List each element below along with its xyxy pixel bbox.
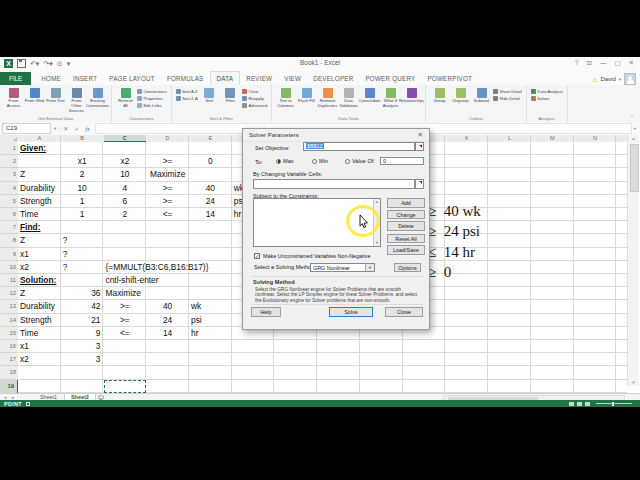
- options-button[interactable]: Options: [394, 263, 421, 273]
- ribbon-button-data-validation[interactable]: Data Validation: [339, 87, 359, 109]
- row-header-3[interactable]: 3: [0, 168, 18, 181]
- row-header-19[interactable]: 19: [0, 380, 18, 393]
- cell-B5[interactable]: 1: [61, 195, 104, 208]
- scroll-up-icon[interactable]: ▲: [628, 136, 639, 141]
- row-header-6[interactable]: 6: [0, 208, 18, 221]
- column-header-e[interactable]: E: [189, 135, 232, 142]
- cell-C4[interactable]: 4: [104, 182, 147, 195]
- row-header-9[interactable]: 9: [0, 248, 18, 261]
- cell-C11[interactable]: cntl-shift-enter: [106, 274, 159, 287]
- cell-A3[interactable]: Z: [20, 168, 25, 181]
- cell-A17[interactable]: x2: [20, 353, 29, 366]
- ribbon-button-data-analysis[interactable]: Data Analysis: [531, 88, 563, 95]
- cell-D6[interactable]: <=: [146, 208, 189, 221]
- cell-B17[interactable]: 3: [61, 353, 101, 366]
- minimize-icon[interactable]: —: [600, 59, 607, 67]
- cell-B3[interactable]: 2: [61, 168, 104, 181]
- ribbon-button-show-detail[interactable]: Show Detail: [493, 88, 522, 95]
- ribbon-button-subtotal[interactable]: Subtotal: [472, 87, 492, 104]
- cell-E2[interactable]: 0: [189, 155, 232, 168]
- change-button[interactable]: Change: [387, 210, 425, 220]
- account-area[interactable]: ⚠ David ▾: [592, 73, 636, 85]
- tab-power-query[interactable]: POWER QUERY: [359, 72, 421, 85]
- column-header-l[interactable]: L: [488, 135, 531, 142]
- ribbon-display-options-icon[interactable]: ⊡: [586, 59, 591, 67]
- cell-C3[interactable]: 10: [104, 168, 147, 181]
- zoom-slider[interactable]: [596, 403, 632, 404]
- row-header-15[interactable]: 15: [0, 327, 18, 340]
- cell-B13[interactable]: 42: [61, 300, 101, 313]
- ribbon-button-from-access[interactable]: From Access: [4, 87, 24, 109]
- cell-B15[interactable]: 9: [61, 327, 101, 340]
- cell-D14[interactable]: 24: [146, 314, 189, 327]
- row-header-14[interactable]: 14: [0, 314, 18, 327]
- vertical-scrollbar[interactable]: ▲ ▼: [627, 135, 639, 386]
- column-header-c[interactable]: C: [104, 135, 147, 142]
- ribbon-button-properties[interactable]: Properties: [137, 95, 167, 102]
- row-header-1[interactable]: 1: [0, 142, 18, 155]
- column-header-a[interactable]: A: [18, 135, 61, 142]
- cell-E15[interactable]: hr: [191, 327, 198, 340]
- collapse-ribbon-icon[interactable]: ⌃: [630, 114, 634, 120]
- cell-C14[interactable]: >=: [104, 314, 147, 327]
- cell-B10[interactable]: ?: [63, 261, 68, 274]
- cell-E4[interactable]: 40: [189, 182, 232, 195]
- row-header-4[interactable]: 4: [0, 182, 18, 195]
- enter-icon[interactable]: ✓: [71, 125, 82, 132]
- delete-button[interactable]: Delete: [387, 221, 425, 231]
- row-header-16[interactable]: 16: [0, 340, 18, 353]
- cell-A6[interactable]: Time: [20, 208, 38, 221]
- vscroll-thumb[interactable]: [630, 144, 639, 192]
- dropdown-arrow-icon[interactable]: ▼: [365, 264, 374, 272]
- help-button[interactable]: Help: [251, 307, 281, 317]
- column-header-d[interactable]: D: [146, 135, 189, 142]
- non-negative-checkbox-row[interactable]: ✓ Make Unconstrained Variables Non-Negat…: [254, 253, 370, 259]
- cell-A10[interactable]: x2: [20, 261, 29, 274]
- ribbon-button-edit-links[interactable]: Edit Links: [137, 102, 167, 109]
- cell-B6[interactable]: 1: [61, 208, 104, 221]
- tab-powerpivot[interactable]: POWERPIVOT: [421, 72, 478, 85]
- ribbon-button-from-web[interactable]: From Web: [25, 87, 45, 104]
- constraints-scroll-down-icon[interactable]: ▼: [374, 241, 380, 245]
- close-icon[interactable]: ✕: [629, 59, 634, 67]
- cell-B12[interactable]: 36: [61, 287, 101, 300]
- cell-C10[interactable]: {=MMULT(B3:C6,B16:B17)}: [106, 261, 209, 274]
- macro-record-icon[interactable]: [26, 402, 30, 406]
- row-header-10[interactable]: 10: [0, 261, 18, 274]
- cell-D2[interactable]: >=: [146, 155, 189, 168]
- solve-button[interactable]: Solve: [329, 307, 373, 317]
- tab-home[interactable]: HOME: [35, 72, 67, 85]
- ribbon-button-consolidate[interactable]: Consolidate: [360, 87, 380, 104]
- solving-method-dropdown[interactable]: GRG Nonlinear ▼: [310, 263, 375, 273]
- reset-all-button[interactable]: Reset All: [387, 234, 425, 244]
- tab-insert[interactable]: INSERT: [67, 72, 103, 85]
- row-header-13[interactable]: 13: [0, 300, 18, 313]
- ribbon-button-solver[interactable]: Solver: [531, 95, 563, 102]
- tab-review[interactable]: REVIEW: [240, 72, 278, 85]
- radio-min[interactable]: Min: [312, 158, 328, 164]
- cell-A15[interactable]: Time: [20, 327, 38, 340]
- cell-C5[interactable]: 6: [104, 195, 147, 208]
- cell-A13[interactable]: Durability: [20, 300, 55, 313]
- cell-A5[interactable]: Strength: [20, 195, 52, 208]
- view-shortcuts[interactable]: [569, 402, 590, 406]
- cell-A4[interactable]: Durability: [20, 182, 55, 195]
- tab-formulas[interactable]: FORMULAS: [161, 72, 210, 85]
- name-box-dropdown-icon[interactable]: ▾: [51, 126, 60, 131]
- cell-B8[interactable]: ?: [63, 234, 68, 247]
- ribbon-button-what-if-analysis[interactable]: What-If Analysis: [381, 87, 401, 109]
- cancel-icon[interactable]: ✕: [60, 125, 71, 132]
- cell-A8[interactable]: Z: [20, 234, 25, 247]
- ribbon-button-existing-connections[interactable]: Existing Connections: [88, 87, 108, 109]
- insert-function-icon[interactable]: fx: [82, 126, 92, 132]
- scroll-down-icon[interactable]: ▼: [628, 380, 639, 385]
- restore-icon[interactable]: ▢: [614, 59, 620, 67]
- row-header-17[interactable]: 17: [0, 353, 18, 366]
- ribbon-button-ungroup[interactable]: Ungroup: [451, 87, 471, 104]
- ribbon-button-reapply[interactable]: Reapply: [242, 95, 267, 102]
- row-header-12[interactable]: 12: [0, 287, 18, 300]
- ribbon-button-from-text[interactable]: From Text: [46, 87, 66, 104]
- column-header-n[interactable]: N: [574, 135, 617, 142]
- cell-A1[interactable]: Given:: [20, 142, 46, 155]
- cell-D13[interactable]: 40: [146, 300, 189, 313]
